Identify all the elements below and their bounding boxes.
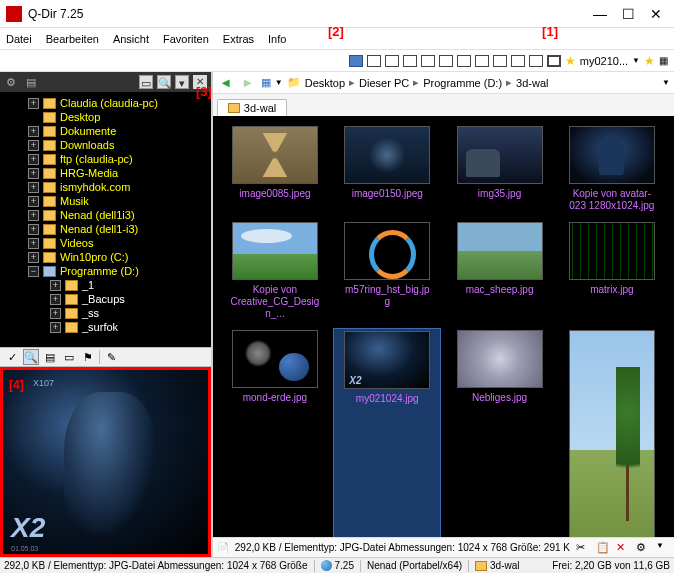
tree-item[interactable]: +Nenad (dell1i3) [0, 208, 211, 222]
thumbnail[interactable]: Kopie von avatar-023 1280x1024.jpg [558, 124, 666, 214]
tree-item[interactable]: +_Bacups [0, 292, 211, 306]
tree-item[interactable]: +ftp (claudia-pc) [0, 152, 211, 166]
expand-icon[interactable]: + [50, 322, 61, 333]
minimize-button[interactable]: — [588, 6, 612, 22]
favorite-star-icon-2[interactable]: ★ [644, 54, 655, 68]
status-dropdown-icon[interactable]: ▼ [656, 541, 670, 555]
thumbnail-view[interactable]: image0085.jpegimage0150.jpegimg35.jpgKop… [213, 116, 674, 537]
layout-btn-3[interactable] [403, 55, 417, 67]
expand-icon[interactable]: + [50, 280, 61, 291]
tree-item[interactable]: +HRG-Media [0, 166, 211, 180]
tree-item[interactable]: +Dokumente [0, 124, 211, 138]
expand-icon[interactable]: + [28, 224, 39, 235]
maximize-button[interactable]: ☐ [616, 6, 640, 22]
breadcrumb-desktop[interactable]: Desktop [305, 77, 345, 89]
tree-item[interactable]: Desktop [0, 110, 211, 124]
expand-icon[interactable]: + [28, 210, 39, 221]
tree-item[interactable]: +_1 [0, 278, 211, 292]
tree-item[interactable]: +ismyhdok.com [0, 180, 211, 194]
tree-item[interactable]: +Downloads [0, 138, 211, 152]
layout-btn-2[interactable] [385, 55, 399, 67]
tree-tool-list-icon[interactable]: ▤ [24, 75, 38, 89]
layout-btn-9[interactable] [511, 55, 525, 67]
preview-screen-icon[interactable]: ▭ [61, 349, 77, 365]
menu-datei[interactable]: Datei [6, 33, 32, 45]
tree-tool-icon[interactable]: ⚙ [4, 75, 18, 89]
nav-forward-button[interactable]: ► [239, 74, 257, 92]
tree-item[interactable]: +Nenad (dell1-i3) [0, 222, 211, 236]
tree-item[interactable]: +Videos [0, 236, 211, 250]
tree-item[interactable]: +_surfok [0, 320, 211, 334]
expand-icon[interactable]: + [50, 294, 61, 305]
breadcrumb-dropdown-icon[interactable]: ▼ [662, 78, 670, 87]
thumbnail[interactable]: mac_sheep.jpg [445, 220, 553, 322]
layout-save-icon[interactable] [349, 55, 363, 67]
iconbar-label[interactable]: my0210... [580, 55, 628, 67]
tab-3dwal[interactable]: 3d-wal [217, 99, 287, 116]
iconbar-menu-icon[interactable]: ▦ [659, 55, 668, 66]
preview-filter-icon[interactable]: ⚑ [80, 349, 96, 365]
tree-tool-menu-icon[interactable]: ▾ [175, 75, 189, 89]
folder-tree[interactable]: +Claudia (claudia-pc) Desktop+Dokumente+… [0, 92, 211, 347]
status-gear-icon[interactable]: ⚙ [636, 541, 650, 555]
thumbnail[interactable]: mond-erde.jpg [221, 328, 329, 537]
thumbnail[interactable]: OlivoWallpaper.jpg [558, 328, 666, 537]
expand-icon[interactable]: + [28, 238, 39, 249]
expand-icon[interactable]: + [28, 182, 39, 193]
tree-item[interactable]: +_ss [0, 306, 211, 320]
layout-btn-6[interactable] [457, 55, 471, 67]
tree-tool-page-icon[interactable]: ▭ [139, 75, 153, 89]
status-copy-icon[interactable]: ✂ [576, 541, 590, 555]
layout-btn-7[interactable] [475, 55, 489, 67]
breadcrumb-folder[interactable]: 3d-wal [516, 77, 548, 89]
status-paste-icon[interactable]: 📋 [596, 541, 610, 555]
expand-icon[interactable]: + [28, 196, 39, 207]
expand-icon[interactable]: + [28, 252, 39, 263]
view-mode-icon[interactable]: ▦ [261, 76, 271, 89]
favorite-star-icon[interactable]: ★ [565, 54, 576, 68]
expand-icon[interactable]: + [28, 154, 39, 165]
preview-tool-icon[interactable]: ✎ [103, 349, 119, 365]
view-dropdown-icon[interactable]: ▼ [275, 78, 283, 87]
tree-close-button[interactable]: ✕ [193, 75, 207, 89]
layout-btn-1[interactable] [367, 55, 381, 67]
thumbnail[interactable]: m57ring_hst_big.jpg [333, 220, 441, 322]
menu-extras[interactable]: Extras [223, 33, 254, 45]
nav-back-button[interactable]: ◄ [217, 74, 235, 92]
expand-icon[interactable]: − [28, 266, 39, 277]
tree-item[interactable]: +Win10pro (C:) [0, 250, 211, 264]
menu-info[interactable]: Info [268, 33, 286, 45]
thumbnail[interactable]: matrix.jpg [558, 220, 666, 322]
tree-item[interactable]: +Musik [0, 194, 211, 208]
expand-icon[interactable]: + [28, 98, 39, 109]
status-delete-icon[interactable]: ✕ [616, 541, 630, 555]
preview-magnify-icon[interactable]: 🔍 [23, 349, 39, 365]
layout-btn-11[interactable] [547, 55, 561, 67]
tree-item[interactable]: −Programme (D:) [0, 264, 211, 278]
expand-icon[interactable]: + [28, 168, 39, 179]
thumbnail[interactable]: image0085.jpeg [221, 124, 329, 214]
tree-item[interactable]: +Claudia (claudia-pc) [0, 96, 211, 110]
menu-bearbeiten[interactable]: Bearbeiten [46, 33, 99, 45]
menu-ansicht[interactable]: Ansicht [113, 33, 149, 45]
tree-tool-magnify-icon[interactable]: 🔍 [157, 75, 171, 89]
folder-tree-icon[interactable]: 📁 [287, 76, 301, 89]
expand-icon[interactable]: + [28, 140, 39, 151]
layout-btn-10[interactable] [529, 55, 543, 67]
thumbnail[interactable]: image0150.jpeg [333, 124, 441, 214]
layout-btn-4[interactable] [421, 55, 435, 67]
close-button[interactable]: ✕ [644, 6, 668, 22]
expand-icon[interactable]: + [50, 308, 61, 319]
iconbar-dropdown-icon[interactable]: ▼ [632, 56, 640, 65]
preview-list-icon[interactable]: ▤ [42, 349, 58, 365]
breadcrumb-pc[interactable]: Dieser PC [359, 77, 409, 89]
layout-btn-5[interactable] [439, 55, 453, 67]
thumbnail[interactable]: my021024.jpg [333, 328, 441, 537]
expand-icon[interactable]: + [28, 126, 39, 137]
preview-check-icon[interactable]: ✓ [4, 349, 20, 365]
breadcrumb-drive[interactable]: Programme (D:) [423, 77, 502, 89]
layout-btn-8[interactable] [493, 55, 507, 67]
thumbnail[interactable]: Nebliges.jpg [445, 328, 553, 537]
thumbnail[interactable]: Kopie von Creative_CG_Design_... [221, 220, 329, 322]
thumbnail[interactable]: img35.jpg [445, 124, 553, 214]
